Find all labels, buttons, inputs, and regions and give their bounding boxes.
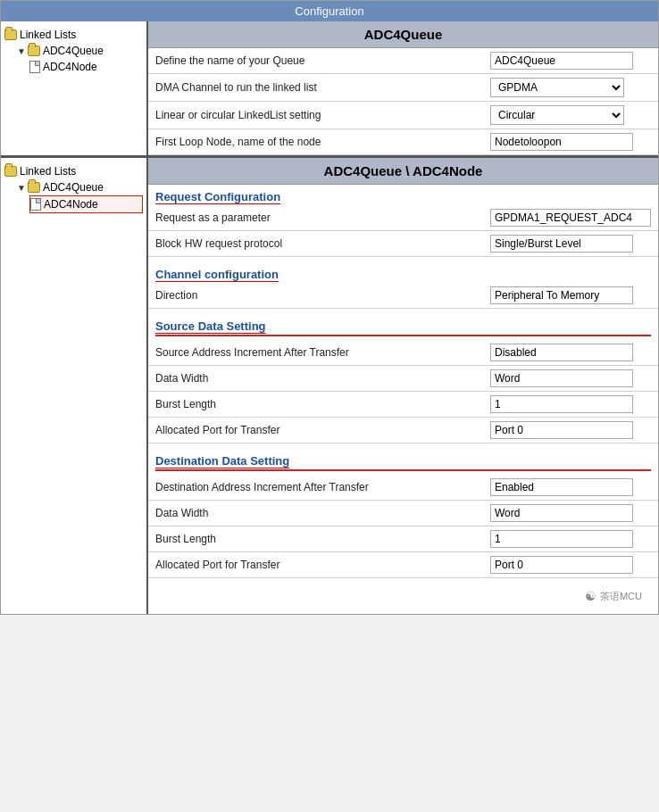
tree-queue-bottom-label: ADC4Queue: [43, 181, 104, 194]
config-input-0[interactable]: [490, 52, 633, 70]
src-label-2: Burst Length: [155, 398, 490, 410]
request-config-section: Request Configuration Request as a param…: [148, 185, 658, 257]
dst-input-2[interactable]: [490, 530, 633, 548]
dest-data-divider: [155, 469, 651, 471]
dst-input-0[interactable]: [490, 478, 633, 496]
tree-root-top[interactable]: Linked Lists: [4, 27, 143, 43]
req-row-0: Request as a parameter: [148, 205, 658, 231]
src-value-2: [490, 395, 651, 413]
source-data-title: Source Data Setting: [148, 314, 658, 335]
dst-input-1[interactable]: [490, 504, 633, 522]
src-label-0: Source Address Increment After Transfer: [155, 346, 490, 359]
src-value-0: [490, 344, 651, 361]
config-label-3: First Loop Node, name of the node: [155, 136, 490, 148]
file-icon-bottom: [30, 198, 41, 211]
config-input-3[interactable]: [490, 133, 633, 151]
src-row-0: Source Address Increment After Transfer: [148, 340, 658, 366]
folder-icon-queue-bottom: [28, 182, 40, 193]
bottom-section-header: ADC4Queue \ ADC4Node: [148, 158, 658, 185]
req-input-0[interactable]: [490, 209, 651, 227]
config-row-1: DMA Channel to run the linked list GPDMA: [148, 74, 658, 102]
req-value-0: [490, 209, 651, 227]
dst-value-1: [490, 504, 651, 522]
folder-icon-queue-top: [28, 46, 40, 56]
src-row-3: Allocated Port for Transfer: [148, 418, 658, 443]
top-section-header: ADC4Queue: [148, 21, 658, 48]
config-panel-top: ADC4Queue Define the name of your Queue …: [148, 21, 658, 155]
folder-icon-bottom: [4, 166, 17, 177]
src-input-1[interactable]: [490, 369, 633, 387]
req-label-0: Request as a parameter: [155, 211, 490, 224]
title-text: Configuration: [295, 4, 363, 18]
src-row-2: Burst Length: [148, 392, 658, 418]
tree-panel-bottom: Linked Lists ▼ ADC4Queue ADC4Node: [1, 158, 148, 614]
dst-input-3[interactable]: [490, 556, 633, 574]
config-select-1[interactable]: GPDMA: [490, 78, 624, 97]
dst-label-3: Allocated Port for Transfer: [155, 559, 490, 571]
dst-row-1: Data Width: [148, 501, 658, 526]
config-label-1: DMA Channel to run the linked list: [155, 81, 490, 94]
src-row-1: Data Width: [148, 366, 658, 392]
dst-value-2: [490, 530, 651, 548]
dst-row-0: Destination Address Increment After Tran…: [148, 475, 658, 501]
tree-node-bottom-label: ADC4Node: [44, 198, 98, 211]
channel-config-title: Channel configuration: [148, 262, 658, 283]
src-input-2[interactable]: [490, 395, 633, 413]
config-panel-bottom: ADC4Queue \ ADC4Node Request Configurati…: [148, 158, 658, 614]
src-value-1: [490, 369, 651, 387]
dst-value-0: [490, 478, 651, 496]
dest-data-title: Destination Data Setting: [148, 449, 658, 469]
src-input-0[interactable]: [490, 344, 633, 361]
tree-root-top-label: Linked Lists: [20, 29, 76, 41]
watermark-text: 茶语MCU: [600, 590, 642, 603]
tree-queue-top-label: ADC4Queue: [43, 45, 104, 57]
ch-label-0: Direction: [155, 289, 490, 302]
tree-queue-bottom[interactable]: ▼ ADC4Queue: [17, 179, 143, 195]
ch-row-0: Direction: [148, 283, 658, 309]
src-label-1: Data Width: [155, 372, 490, 385]
config-value-2: Circular: [490, 105, 651, 125]
src-value-3: [490, 421, 651, 439]
config-row-2: Linear or circular LinkedList setting Ci…: [148, 102, 658, 129]
dst-row-2: Burst Length: [148, 526, 658, 552]
dest-data-section: Destination Data Setting Destination Add…: [148, 449, 658, 578]
chevron-icon-top: ▼: [17, 46, 26, 56]
request-config-title: Request Configuration: [148, 185, 658, 205]
tree-node-top[interactable]: ADC4Node: [29, 59, 143, 75]
tree-node-top-label: ADC4Node: [43, 61, 97, 73]
channel-config-section: Channel configuration Direction: [148, 262, 658, 309]
watermark-icon: ☯: [585, 589, 596, 603]
config-row-0: Define the name of your Queue: [148, 48, 658, 74]
src-input-3[interactable]: [490, 421, 633, 439]
req-value-1: [490, 235, 651, 253]
ch-input-0[interactable]: [490, 286, 633, 304]
config-value-0: [490, 52, 651, 70]
tree-root-bottom-label: Linked Lists: [20, 165, 76, 178]
source-data-divider: [155, 335, 651, 336]
tree-queue-top[interactable]: ▼ ADC4Queue: [17, 43, 143, 59]
chevron-icon-bottom: ▼: [17, 183, 26, 193]
title-bar: Configuration: [1, 1, 658, 21]
req-input-1[interactable]: [490, 235, 633, 253]
config-row-3: First Loop Node, name of the node: [148, 129, 658, 155]
config-label-2: Linear or circular LinkedList setting: [155, 109, 490, 121]
config-value-1: GPDMA: [490, 78, 651, 97]
file-icon-top: [29, 61, 40, 73]
config-value-3: [490, 133, 651, 151]
tree-panel-top: Linked Lists ▼ ADC4Queue ADC4Node: [1, 21, 148, 155]
config-label-0: Define the name of your Queue: [155, 54, 490, 67]
tree-root-bottom[interactable]: Linked Lists: [4, 163, 143, 179]
watermark: ☯ 茶语MCU: [585, 589, 642, 603]
dst-value-3: [490, 556, 651, 574]
src-label-3: Allocated Port for Transfer: [155, 424, 490, 436]
tree-node-bottom[interactable]: ADC4Node: [29, 195, 143, 213]
req-label-1: Block HW request protocol: [155, 237, 490, 250]
source-data-section: Source Data Setting Source Address Incre…: [148, 314, 658, 443]
req-row-1: Block HW request protocol: [148, 231, 658, 257]
ch-value-0: [490, 286, 651, 304]
top-panel: Linked Lists ▼ ADC4Queue ADC4Node ADC4Qu…: [1, 21, 658, 158]
config-select-2[interactable]: Circular: [490, 105, 624, 125]
dst-label-2: Burst Length: [155, 533, 490, 545]
dst-label-1: Data Width: [155, 507, 490, 519]
dst-label-0: Destination Address Increment After Tran…: [155, 481, 490, 493]
